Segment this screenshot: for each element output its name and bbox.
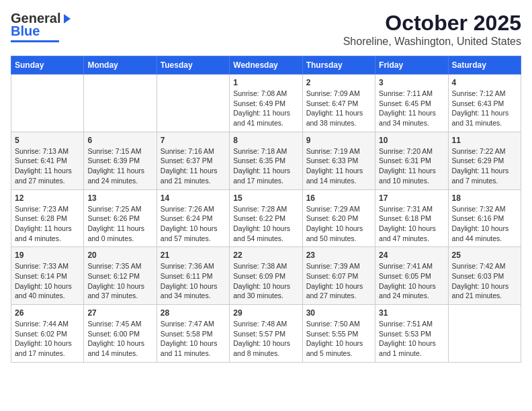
logo-arrow-icon bbox=[61, 13, 73, 25]
day-number: 7 bbox=[161, 136, 226, 145]
day-info: Sunrise: 7:09 AM Sunset: 6:47 PM Dayligh… bbox=[306, 89, 371, 128]
day-info: Sunrise: 7:29 AM Sunset: 6:20 PM Dayligh… bbox=[306, 204, 371, 244]
day-info: Sunrise: 7:41 AM Sunset: 6:05 PM Dayligh… bbox=[379, 261, 444, 301]
page-header: General Blue October 2025 Shoreline, Was… bbox=[11, 11, 521, 48]
calendar-cell: 27Sunrise: 7:45 AM Sunset: 6:00 PM Dayli… bbox=[84, 305, 157, 363]
calendar-cell: 13Sunrise: 7:25 AM Sunset: 6:26 PM Dayli… bbox=[84, 189, 157, 247]
calendar-cell: 1Sunrise: 7:08 AM Sunset: 6:49 PM Daylig… bbox=[230, 75, 302, 132]
day-number: 18 bbox=[452, 193, 517, 203]
calendar-cell: 25Sunrise: 7:42 AM Sunset: 6:03 PM Dayli… bbox=[448, 247, 521, 305]
day-number: 1 bbox=[233, 78, 298, 87]
calendar-cell: 12Sunrise: 7:23 AM Sunset: 6:28 PM Dayli… bbox=[11, 189, 84, 247]
day-info: Sunrise: 7:22 AM Sunset: 6:29 PM Dayligh… bbox=[452, 146, 517, 186]
week-row-3: 12Sunrise: 7:23 AM Sunset: 6:28 PM Dayli… bbox=[11, 189, 521, 247]
calendar-cell: 14Sunrise: 7:26 AM Sunset: 6:24 PM Dayli… bbox=[157, 189, 229, 247]
week-row-4: 19Sunrise: 7:33 AM Sunset: 6:14 PM Dayli… bbox=[11, 247, 521, 305]
calendar-cell: 28Sunrise: 7:47 AM Sunset: 5:58 PM Dayli… bbox=[157, 305, 229, 363]
day-info: Sunrise: 7:25 AM Sunset: 6:26 PM Dayligh… bbox=[87, 204, 152, 244]
day-number: 14 bbox=[161, 193, 226, 203]
calendar-cell: 23Sunrise: 7:39 AM Sunset: 6:07 PM Dayli… bbox=[302, 247, 375, 305]
week-row-1: 1Sunrise: 7:08 AM Sunset: 6:49 PM Daylig… bbox=[11, 75, 521, 132]
calendar-title: October 2025 bbox=[343, 11, 521, 36]
day-info: Sunrise: 7:20 AM Sunset: 6:31 PM Dayligh… bbox=[379, 146, 444, 186]
day-info: Sunrise: 7:50 AM Sunset: 5:55 PM Dayligh… bbox=[306, 319, 371, 359]
day-info: Sunrise: 7:51 AM Sunset: 5:53 PM Dayligh… bbox=[379, 319, 444, 359]
calendar-cell bbox=[157, 75, 229, 132]
day-info: Sunrise: 7:42 AM Sunset: 6:03 PM Dayligh… bbox=[452, 261, 517, 301]
weekday-header-thursday: Thursday bbox=[302, 56, 375, 75]
calendar-table: SundayMondayTuesdayWednesdayThursdayFrid… bbox=[11, 56, 521, 363]
day-info: Sunrise: 7:12 AM Sunset: 6:43 PM Dayligh… bbox=[452, 89, 517, 128]
calendar-cell: 6Sunrise: 7:15 AM Sunset: 6:39 PM Daylig… bbox=[84, 132, 157, 189]
day-number: 24 bbox=[379, 250, 444, 260]
weekday-header-tuesday: Tuesday bbox=[157, 56, 229, 75]
day-info: Sunrise: 7:48 AM Sunset: 5:57 PM Dayligh… bbox=[233, 319, 298, 359]
day-number: 25 bbox=[452, 250, 517, 260]
day-info: Sunrise: 7:32 AM Sunset: 6:16 PM Dayligh… bbox=[452, 204, 517, 244]
day-number: 9 bbox=[306, 136, 371, 145]
day-number: 4 bbox=[452, 78, 517, 87]
day-number: 12 bbox=[15, 193, 80, 203]
day-number: 8 bbox=[233, 136, 298, 145]
calendar-cell: 15Sunrise: 7:28 AM Sunset: 6:22 PM Dayli… bbox=[230, 189, 302, 247]
day-number: 26 bbox=[15, 308, 80, 318]
calendar-cell: 5Sunrise: 7:13 AM Sunset: 6:41 PM Daylig… bbox=[11, 132, 84, 189]
day-info: Sunrise: 7:47 AM Sunset: 5:58 PM Dayligh… bbox=[161, 319, 226, 359]
day-info: Sunrise: 7:36 AM Sunset: 6:11 PM Dayligh… bbox=[161, 261, 226, 301]
calendar-cell: 11Sunrise: 7:22 AM Sunset: 6:29 PM Dayli… bbox=[448, 132, 521, 189]
day-number: 10 bbox=[379, 136, 444, 145]
calendar-cell: 16Sunrise: 7:29 AM Sunset: 6:20 PM Dayli… bbox=[302, 189, 375, 247]
calendar-cell: 3Sunrise: 7:11 AM Sunset: 6:45 PM Daylig… bbox=[375, 75, 448, 132]
day-info: Sunrise: 7:26 AM Sunset: 6:24 PM Dayligh… bbox=[161, 204, 226, 244]
day-number: 15 bbox=[233, 193, 298, 203]
calendar-cell: 26Sunrise: 7:44 AM Sunset: 6:02 PM Dayli… bbox=[11, 305, 84, 363]
calendar-cell: 19Sunrise: 7:33 AM Sunset: 6:14 PM Dayli… bbox=[11, 247, 84, 305]
day-info: Sunrise: 7:39 AM Sunset: 6:07 PM Dayligh… bbox=[306, 261, 371, 301]
calendar-cell: 10Sunrise: 7:20 AM Sunset: 6:31 PM Dayli… bbox=[375, 132, 448, 189]
logo-underline bbox=[11, 40, 59, 42]
svg-marker-0 bbox=[64, 14, 71, 24]
day-number: 30 bbox=[306, 308, 371, 318]
calendar-cell: 2Sunrise: 7:09 AM Sunset: 6:47 PM Daylig… bbox=[302, 75, 375, 132]
day-number: 13 bbox=[87, 193, 152, 203]
day-info: Sunrise: 7:28 AM Sunset: 6:22 PM Dayligh… bbox=[233, 204, 298, 244]
calendar-cell bbox=[11, 75, 84, 132]
day-number: 2 bbox=[306, 78, 371, 87]
week-row-5: 26Sunrise: 7:44 AM Sunset: 6:02 PM Dayli… bbox=[11, 305, 521, 363]
day-info: Sunrise: 7:18 AM Sunset: 6:35 PM Dayligh… bbox=[233, 146, 298, 186]
day-info: Sunrise: 7:08 AM Sunset: 6:49 PM Dayligh… bbox=[233, 89, 298, 128]
day-number: 23 bbox=[306, 250, 371, 260]
logo: General Blue bbox=[11, 11, 74, 42]
day-info: Sunrise: 7:23 AM Sunset: 6:28 PM Dayligh… bbox=[15, 204, 80, 244]
day-info: Sunrise: 7:19 AM Sunset: 6:33 PM Dayligh… bbox=[306, 146, 371, 186]
weekday-header-sunday: Sunday bbox=[11, 56, 84, 75]
day-number: 21 bbox=[161, 250, 226, 260]
calendar-cell: 31Sunrise: 7:51 AM Sunset: 5:53 PM Dayli… bbox=[375, 305, 448, 363]
calendar-subtitle: Shoreline, Washington, United States bbox=[343, 36, 521, 48]
day-info: Sunrise: 7:44 AM Sunset: 6:02 PM Dayligh… bbox=[15, 319, 80, 359]
day-number: 19 bbox=[15, 250, 80, 260]
weekday-header-friday: Friday bbox=[375, 56, 448, 75]
calendar-cell: 29Sunrise: 7:48 AM Sunset: 5:57 PM Dayli… bbox=[230, 305, 302, 363]
calendar-cell: 18Sunrise: 7:32 AM Sunset: 6:16 PM Dayli… bbox=[448, 189, 521, 247]
logo-blue: Blue bbox=[11, 24, 40, 39]
day-info: Sunrise: 7:13 AM Sunset: 6:41 PM Dayligh… bbox=[15, 146, 80, 186]
calendar-cell: 4Sunrise: 7:12 AM Sunset: 6:43 PM Daylig… bbox=[448, 75, 521, 132]
calendar-cell bbox=[448, 305, 521, 363]
weekday-header-row: SundayMondayTuesdayWednesdayThursdayFrid… bbox=[11, 56, 521, 75]
week-row-2: 5Sunrise: 7:13 AM Sunset: 6:41 PM Daylig… bbox=[11, 132, 521, 189]
weekday-header-wednesday: Wednesday bbox=[230, 56, 302, 75]
calendar-cell: 22Sunrise: 7:38 AM Sunset: 6:09 PM Dayli… bbox=[230, 247, 302, 305]
day-number: 6 bbox=[87, 136, 152, 145]
day-number: 28 bbox=[161, 308, 226, 318]
day-number: 31 bbox=[379, 308, 444, 318]
day-number: 29 bbox=[233, 308, 298, 318]
calendar-cell: 21Sunrise: 7:36 AM Sunset: 6:11 PM Dayli… bbox=[157, 247, 229, 305]
day-number: 20 bbox=[87, 250, 152, 260]
calendar-cell: 20Sunrise: 7:35 AM Sunset: 6:12 PM Dayli… bbox=[84, 247, 157, 305]
day-number: 5 bbox=[15, 136, 80, 145]
calendar-cell: 24Sunrise: 7:41 AM Sunset: 6:05 PM Dayli… bbox=[375, 247, 448, 305]
day-info: Sunrise: 7:15 AM Sunset: 6:39 PM Dayligh… bbox=[87, 146, 152, 186]
day-info: Sunrise: 7:31 AM Sunset: 6:18 PM Dayligh… bbox=[379, 204, 444, 244]
weekday-header-saturday: Saturday bbox=[448, 56, 521, 75]
